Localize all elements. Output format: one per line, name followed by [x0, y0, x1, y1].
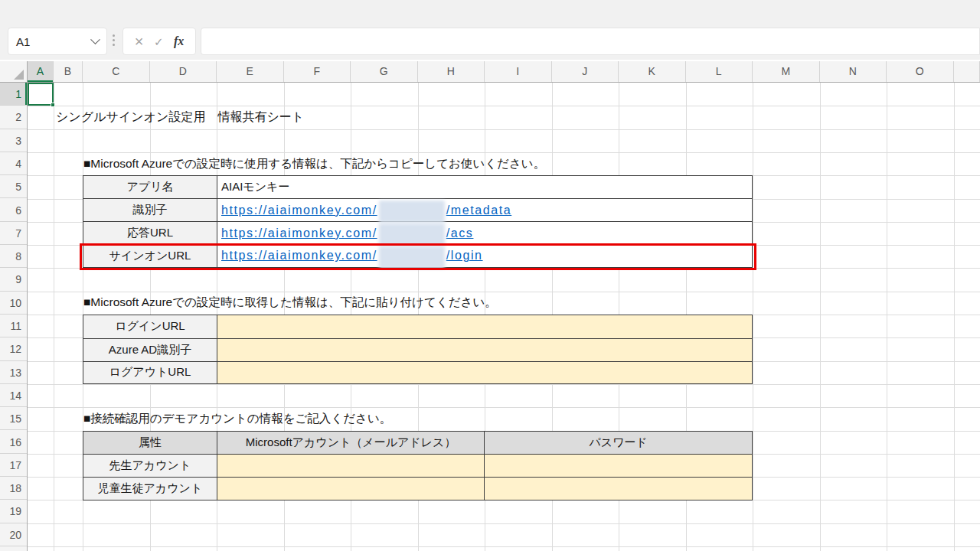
- acs-url-link[interactable]: https://aiaimonkey.com//acs: [221, 227, 473, 240]
- table-row: 応答URL https://aiaimonkey.com//acs: [83, 221, 752, 244]
- column-header-A[interactable]: A: [28, 61, 54, 82]
- cancel-icon[interactable]: ×: [135, 34, 144, 49]
- formula-bar[interactable]: [201, 28, 980, 55]
- teacher-account-input-cell[interactable]: [217, 455, 485, 477]
- table-row: 先生アカウント: [83, 454, 752, 477]
- student-account-input-cell[interactable]: [217, 478, 485, 500]
- section3-heading: ■接続確認用のデモアカウントの情報をご記入ください。: [83, 407, 391, 430]
- row-label-cell[interactable]: 識別子: [83, 199, 217, 221]
- table-row: 識別子 https://aiaimonkey.com//metadata: [83, 198, 752, 221]
- chevron-down-icon[interactable]: [90, 34, 100, 44]
- column-header-H[interactable]: H: [418, 61, 485, 82]
- row-label-cell[interactable]: ログアウトURL: [83, 362, 217, 384]
- row-label-cell[interactable]: アプリ名: [83, 176, 217, 198]
- table-row: アプリ名 AIAIモンキー: [83, 176, 752, 198]
- row-header-18[interactable]: 18: [0, 477, 27, 500]
- row-header-7[interactable]: 7: [0, 222, 27, 245]
- section1-heading: ■Microsoft Azureでの設定時に使用する情報は、下記からコピーしてお…: [83, 152, 545, 175]
- select-all-triangle-icon: [14, 70, 24, 80]
- row-header-13[interactable]: 13: [0, 361, 27, 384]
- table-row: ログアウトURL: [83, 361, 752, 384]
- row-label-cell[interactable]: 児童生徒アカウント: [83, 478, 217, 500]
- redaction-blur: [379, 201, 445, 223]
- azure-paste-info-table: ログインURL Azure AD識別子 ログアウトURL: [83, 315, 753, 384]
- table-row: 児童生徒アカウント: [83, 477, 752, 500]
- insert-function-icon[interactable]: fx: [174, 34, 184, 48]
- azure-ad-identifier-input-cell[interactable]: [217, 339, 752, 361]
- column-header-O[interactable]: O: [887, 61, 954, 82]
- row-header-12[interactable]: 12: [0, 337, 27, 360]
- column-header-I[interactable]: I: [485, 61, 552, 82]
- column-header-F[interactable]: F: [284, 61, 351, 82]
- row-header-2[interactable]: 2: [0, 106, 27, 129]
- column-header-N[interactable]: N: [820, 61, 887, 82]
- identifier-url-cell[interactable]: https://aiaimonkey.com//metadata: [217, 199, 752, 221]
- table-row: ログインURL: [83, 315, 752, 338]
- row-header-17[interactable]: 17: [0, 454, 27, 477]
- column-header-J[interactable]: J: [552, 61, 619, 82]
- login-url-input-cell[interactable]: [217, 315, 752, 338]
- row-header-15[interactable]: 15: [0, 407, 27, 430]
- row-label-cell[interactable]: サインオンURL: [83, 245, 217, 267]
- logout-url-input-cell[interactable]: [217, 362, 752, 384]
- row-header-3[interactable]: 3: [0, 129, 27, 152]
- column-header-C[interactable]: C: [83, 61, 150, 82]
- column-headers: ABCDEFGHIJKLMNO: [0, 61, 980, 83]
- attribute-header-cell[interactable]: 属性: [83, 432, 217, 455]
- table-row: Azure AD識別子: [83, 338, 752, 361]
- teacher-password-input-cell[interactable]: [485, 455, 752, 477]
- row-label-cell[interactable]: Azure AD識別子: [83, 339, 217, 361]
- row-headers: 1234567891011121314151617181920: [0, 83, 28, 551]
- excel-top-chrome: A1 × ✓ fx: [0, 0, 980, 60]
- column-header-M[interactable]: M: [753, 61, 820, 82]
- reply-url-cell[interactable]: https://aiaimonkey.com//acs: [217, 222, 752, 244]
- row-header-5[interactable]: 5: [0, 175, 27, 198]
- gridline: [28, 268, 980, 269]
- row-header-8[interactable]: 8: [0, 245, 27, 268]
- name-box-value: A1: [16, 35, 30, 48]
- row-header-20[interactable]: 20: [0, 523, 27, 546]
- row-header-6[interactable]: 6: [0, 199, 27, 222]
- selected-cell-a1[interactable]: [28, 83, 54, 106]
- row-header-19[interactable]: 19: [0, 500, 27, 523]
- table-header-row: 属性 Microsoftアカウント（メールアドレス） パスワード: [83, 432, 752, 455]
- sheet-title: シングルサインオン設定用 情報共有シート: [56, 106, 304, 129]
- row-header-9[interactable]: 9: [0, 268, 27, 291]
- redaction-blur: [379, 223, 445, 246]
- app-name-cell[interactable]: AIAIモンキー: [217, 176, 752, 198]
- password-header-cell[interactable]: パスワード: [485, 432, 752, 455]
- column-header-D[interactable]: D: [150, 61, 217, 82]
- signon-url-cell[interactable]: https://aiaimonkey.com//login: [217, 245, 752, 267]
- azure-copy-info-table: アプリ名 AIAIモンキー 識別子 https://aiaimonkey.com…: [83, 175, 753, 268]
- row-header-4[interactable]: 4: [0, 152, 27, 175]
- formula-buttons: × ✓ fx: [122, 28, 196, 55]
- column-header-L[interactable]: L: [686, 61, 753, 82]
- gridline: [28, 523, 980, 524]
- name-box[interactable]: A1: [8, 28, 107, 55]
- fill-handle[interactable]: [51, 103, 55, 107]
- row-header-1[interactable]: 1: [0, 83, 27, 106]
- drag-dots-separator: [113, 34, 115, 46]
- row-label-cell[interactable]: 応答URL: [83, 222, 217, 244]
- column-header-G[interactable]: G: [351, 61, 418, 82]
- row-header-16[interactable]: 16: [0, 431, 27, 454]
- row-label-cell[interactable]: ログインURL: [83, 315, 217, 338]
- table-row: サインオンURL https://aiaimonkey.com//login: [83, 244, 752, 267]
- login-url-link[interactable]: https://aiaimonkey.com//login: [221, 249, 483, 262]
- account-header-cell[interactable]: Microsoftアカウント（メールアドレス）: [217, 432, 485, 455]
- column-header-B[interactable]: B: [54, 61, 83, 82]
- metadata-url-link[interactable]: https://aiaimonkey.com//metadata: [221, 204, 511, 217]
- row-header-14[interactable]: 14: [0, 384, 27, 407]
- demo-account-table: 属性 Microsoftアカウント（メールアドレス） パスワード 先生アカウント…: [83, 431, 753, 500]
- section2-heading: ■Microsoft Azureでの設定時に取得した情報は、下記に貼り付けてくだ…: [83, 292, 497, 315]
- select-all-corner[interactable]: [0, 61, 28, 82]
- student-password-input-cell[interactable]: [485, 478, 752, 500]
- row-header-10[interactable]: 10: [0, 292, 27, 315]
- row-header-11[interactable]: 11: [0, 315, 27, 337]
- enter-icon[interactable]: ✓: [154, 36, 164, 47]
- row-label-cell[interactable]: 先生アカウント: [83, 455, 217, 477]
- column-header-partial[interactable]: [954, 61, 980, 82]
- column-header-K[interactable]: K: [619, 61, 686, 82]
- column-header-E[interactable]: E: [217, 61, 284, 82]
- redaction-blur: [379, 246, 445, 269]
